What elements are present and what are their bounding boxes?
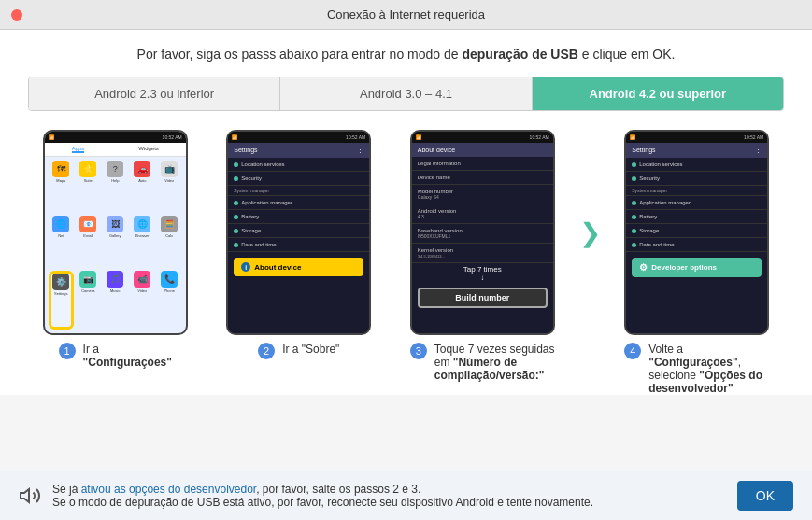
screen-3-content: 📶 10:52 AM About device Legal informatio… — [412, 132, 553, 333]
s4-security: Security — [626, 172, 767, 186]
baseband-version: Baseband versionI9500XXUFML1 — [412, 224, 553, 244]
s4-battery: Battery — [626, 210, 767, 224]
apps-tab: Apps — [72, 146, 85, 153]
app-icon: 📞 Phone — [157, 271, 182, 330]
step-num-4: 4 — [624, 343, 641, 359]
time-4: 10:52 AM — [744, 134, 763, 140]
status-bar-1: 📶 10:52 AM — [45, 132, 186, 143]
build-number-container: Tap 7 times ↓ Build number — [412, 263, 553, 312]
step-1-text: Ir a"Configurações" — [83, 343, 172, 369]
s3-header-label: About device — [418, 147, 455, 153]
time-1: 10:52 AM — [163, 134, 182, 140]
s4-location: Location services — [626, 158, 767, 172]
s4-datetime: Date and time — [626, 238, 767, 252]
tab-android-30[interactable]: Android 3.0 – 4.1 — [280, 77, 532, 110]
s2-datetime: Date and time — [228, 238, 369, 252]
app-icon: 📷 Camera — [76, 271, 101, 330]
step-3: 📶 10:52 AM About device Legal informatio… — [395, 130, 570, 382]
app-icon: 📺 Video — [157, 161, 182, 214]
about-device-label: About device — [254, 263, 301, 272]
dev-icon: ⚙ — [639, 262, 648, 273]
s2-security: Security — [228, 172, 369, 186]
subtitle: Por favor, siga os passs abaixo para ent… — [28, 47, 784, 62]
s2-battery: Battery — [228, 210, 369, 224]
tab-android-23[interactable]: Android 2.3 ou inferior — [29, 77, 280, 110]
bottom-text: Se já ativou as opções do desenvolvedor,… — [52, 483, 726, 509]
phone-screen-1: 📶 10:52 AM Apps Widgets 🗺 Maps ⭐ — [43, 130, 188, 335]
s2-header-label: Settings — [234, 147, 257, 154]
app-icon: 📧 Email — [76, 216, 101, 269]
s2-system: System manager — [228, 186, 369, 196]
step-num-3: 3 — [410, 343, 427, 359]
speaker-icon — [19, 485, 41, 507]
step-1: 📶 10:52 AM Apps Widgets 🗺 Maps ⭐ — [28, 130, 203, 369]
info-icon: i — [241, 262, 250, 272]
status-bar-3: 📶 10:52 AM — [412, 132, 553, 143]
s4-system: System manager — [626, 186, 767, 196]
step-2: 📶 10:52 AM Settings ⋮ Location services … — [212, 130, 387, 359]
screen-2-content: 📶 10:52 AM Settings ⋮ Location services … — [228, 132, 369, 333]
s2-location: Location services — [228, 158, 369, 172]
tab-android-42[interactable]: Android 4.2 ou superior — [533, 77, 783, 110]
app-icon: 🚗 Auto — [130, 161, 155, 214]
tap-label: Tap 7 times — [463, 265, 502, 274]
bottom-line-2: Se o modo de depuração de USB está ativo… — [52, 496, 726, 509]
about-device-highlight: i About device — [234, 258, 363, 276]
ok-button[interactable]: OK — [737, 481, 793, 511]
screen-1-content: 📶 10:52 AM Apps Widgets 🗺 Maps ⭐ — [45, 132, 186, 333]
step-4-desc: 4 Volte a "Configurações", selecione "Op… — [624, 343, 769, 395]
main-content: Por favor, siga os passs abaixo para ent… — [0, 30, 812, 395]
status-bar-4: 📶 10:52 AM — [626, 132, 767, 143]
next-arrow: ❯ — [579, 130, 601, 335]
svg-marker-0 — [21, 489, 29, 502]
app-icon: ? Help — [103, 161, 128, 214]
s2-app-mgr: Application manager — [228, 196, 369, 210]
screen-4-content: 📶 10:52 AM Settings ⋮ Location services … — [626, 132, 767, 333]
phone-screen-4: 📶 10:52 AM Settings ⋮ Location services … — [624, 130, 769, 335]
settings-header-4: Settings ⋮ — [626, 143, 767, 158]
title-bar: Conexão à Internet requerida — [0, 0, 812, 30]
settings-label: Settings — [54, 291, 67, 296]
app-icon: 🧮 Calc — [157, 216, 182, 269]
kernel-version: Kernel version3.4.5-1082413... — [412, 244, 553, 263]
s2-storage: Storage — [228, 224, 369, 238]
window-title: Conexão à Internet requerida — [327, 7, 485, 21]
dev-options-label: Developer options — [651, 263, 717, 272]
legal-info: Legal information — [412, 157, 553, 171]
app-icon: 🌐 Net — [49, 216, 74, 269]
step-2-text: Ir a "Sobre" — [282, 343, 339, 356]
step-3-desc: 3 Toque 7 vezes seguidas em "Número de c… — [410, 343, 555, 382]
step-4-text: Volte a "Configurações", selecione "Opçõ… — [648, 343, 769, 395]
app-icon: 🎵 Music — [103, 271, 128, 330]
activated-link: ativou as opções do desenvolvedor — [81, 483, 256, 496]
build-number-label: Build number — [455, 293, 509, 302]
step-4: 📶 10:52 AM Settings ⋮ Location services … — [610, 130, 785, 395]
bottom-line-1: Se já ativou as opções do desenvolvedor,… — [52, 483, 726, 496]
step-num-2: 2 — [258, 343, 275, 359]
status-bar-2: 📶 10:52 AM — [228, 132, 369, 143]
phone-screen-2: 📶 10:52 AM Settings ⋮ Location services … — [226, 130, 371, 335]
app-icon: ⭐ Suite — [76, 161, 101, 214]
s4-storage: Storage — [626, 224, 767, 238]
settings-header-2: Settings ⋮ — [228, 143, 369, 158]
widgets-tab: Widgets — [138, 146, 159, 153]
device-name: Device name — [412, 171, 553, 185]
s4-header-label: Settings — [632, 147, 655, 154]
close-button[interactable] — [11, 9, 22, 21]
model-number: Model numberGalaxy S4 — [412, 185, 553, 204]
bottom-bar: Se já ativou as opções do desenvolvedor,… — [0, 471, 812, 520]
step-3-text: Toque 7 vezes seguidas em "Número de com… — [434, 343, 555, 382]
screen1-tabs: Apps Widgets — [45, 143, 186, 157]
apps-grid: 🗺 Maps ⭐ Suite ? Help 🚗 — [45, 157, 186, 333]
app-icon: 🌐 Browser — [130, 216, 155, 269]
steps-container: 📶 10:52 AM Apps Widgets 🗺 Maps ⭐ — [28, 130, 784, 395]
phone-screen-3: 📶 10:52 AM About device Legal informatio… — [410, 130, 555, 335]
time-2: 10:52 AM — [346, 134, 365, 140]
app-icon: 🗺 Maps — [49, 161, 74, 214]
app-icon: 🖼 Gallery — [103, 216, 128, 269]
tab-bar: Android 2.3 ou inferior Android 3.0 – 4.… — [28, 77, 784, 111]
build-number-highlight: Build number — [418, 288, 548, 308]
app-icon: 📹 Video — [130, 271, 155, 330]
settings-app-icon: ⚙️ Settings — [49, 271, 74, 330]
step-num-1: 1 — [59, 343, 76, 359]
